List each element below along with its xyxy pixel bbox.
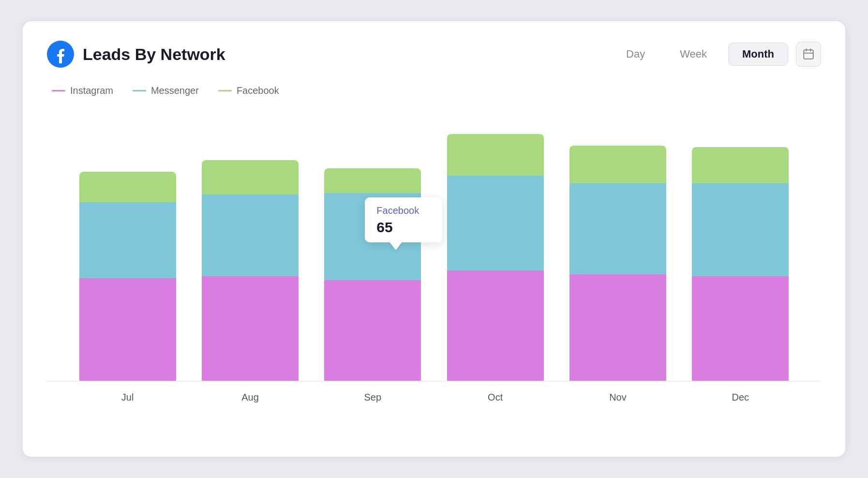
bar-jul[interactable] [79,172,176,381]
facebook-segment [569,146,666,183]
facebook-legend-label: Facebook [237,85,279,96]
bar-x-label: Aug [202,392,299,403]
bar-group-sep: Facebook 65 Sep [324,168,421,381]
instagram-segment [202,276,299,381]
instagram-segment [569,274,666,381]
messenger-legend-line [133,90,146,91]
instagram-legend-label: Instagram [70,85,113,96]
chart-header: Leads By Network Day Week Month [47,41,821,68]
bar-group-dec: Dec [692,147,789,381]
calendar-button[interactable] [796,42,821,67]
facebook-legend-line [218,90,232,91]
facebook-segment [79,172,176,202]
bar-group-nov: Nov [569,146,666,381]
legend-facebook: Facebook [218,85,279,96]
instagram-segment [79,278,176,381]
month-button[interactable]: Month [728,43,788,66]
bar-group-aug: Aug [202,160,299,381]
messenger-segment [79,202,176,278]
week-button[interactable]: Week [666,43,720,65]
bar-group-jul: Jul [79,172,176,381]
facebook-segment [447,134,544,176]
bar-aug[interactable] [202,160,299,381]
bar-x-label: Sep [324,392,421,403]
tooltip-title: Facebook [376,205,431,216]
bar-x-label: Jul [79,392,176,403]
legend-instagram: Instagram [52,85,113,96]
instagram-segment [324,280,421,381]
facebook-segment [692,147,789,183]
header-left: Leads By Network [47,41,225,68]
bar-nov[interactable] [569,146,666,381]
bars-container: JulAug Facebook 65 SepOctNovDec [47,116,821,382]
instagram-segment [692,276,789,381]
bar-x-label: Dec [692,392,789,403]
bar-x-label: Oct [447,392,544,403]
messenger-segment [569,183,666,274]
facebook-segment [324,168,421,193]
header-right: Day Week Month [613,42,821,67]
calendar-icon [802,48,815,60]
bar-x-label: Nov [569,392,666,403]
chart-area: JulAug Facebook 65 SepOctNovDec [47,116,821,406]
messenger-legend-label: Messenger [151,85,199,96]
bar-oct[interactable] [447,134,544,381]
chart-title: Leads By Network [83,45,225,64]
legend-messenger: Messenger [133,85,199,96]
facebook-logo-icon [47,41,74,68]
instagram-legend-line [52,90,65,91]
chart-card: Leads By Network Day Week Month Instagra… [23,21,845,457]
instagram-segment [447,270,544,381]
messenger-segment [447,176,544,270]
messenger-segment [692,183,789,276]
svg-rect-1 [804,50,813,59]
bar-dec[interactable] [692,147,789,381]
tooltip: Facebook 65 [365,197,442,242]
tooltip-value: 65 [376,219,431,236]
facebook-segment [202,160,299,194]
chart-legend: Instagram Messenger Facebook [47,85,821,96]
messenger-segment [202,194,299,276]
bar-group-oct: Oct [447,134,544,381]
day-button[interactable]: Day [613,43,658,65]
